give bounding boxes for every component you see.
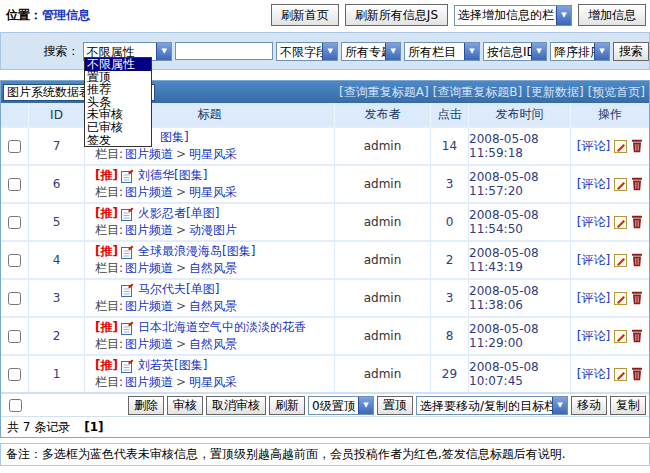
edit-icon[interactable] [614, 178, 627, 191]
attribute-option[interactable]: 已审核 [85, 121, 151, 134]
orderby-select[interactable]: 按信息ID ▼ [483, 42, 547, 61]
comment-link[interactable]: [评论] [577, 366, 610, 383]
category-sub-link[interactable]: 自然风景 [189, 337, 237, 352]
row-title-link[interactable]: 刘若英[图集] [138, 358, 207, 373]
comment-link[interactable]: [评论] [577, 176, 610, 193]
category-sub-link[interactable]: 自然风景 [189, 261, 237, 276]
row-checkbox[interactable] [8, 292, 21, 305]
category-channel-link[interactable]: 图片频道 [125, 147, 173, 162]
category-label: 栏目: [95, 337, 123, 352]
select-all-checkbox[interactable] [9, 399, 22, 412]
edit-icon[interactable] [614, 216, 627, 229]
edit-icon[interactable] [614, 330, 627, 343]
audit-button[interactable]: 审核 [167, 396, 203, 415]
edit-icon[interactable] [614, 254, 627, 267]
comment-link[interactable]: [评论] [577, 138, 610, 155]
category-sub-link[interactable]: 自然风景 [189, 299, 237, 314]
row-title-link[interactable]: 马尔代夫[单图] [138, 282, 219, 297]
category-channel-link[interactable]: 图片频道 [125, 337, 173, 352]
topic-select[interactable]: 所有专题 ▼ [341, 42, 401, 61]
attribute-option[interactable]: 未审核 [85, 108, 151, 121]
category-separator: > [176, 147, 186, 162]
category-sub-link[interactable]: 明星风采 [189, 147, 237, 162]
edit-icon[interactable] [614, 368, 627, 381]
category-channel-link[interactable]: 图片频道 [125, 261, 173, 276]
row-checkbox[interactable] [8, 140, 21, 153]
top-level-select[interactable]: 0级置顶 ▼ [308, 396, 374, 415]
category-sub-link[interactable]: 明星风采 [189, 185, 237, 200]
edit-icon[interactable] [614, 292, 627, 305]
category-sub-link[interactable]: 明星风采 [189, 375, 237, 390]
search-button[interactable]: 搜索 [613, 42, 649, 61]
copy-button[interactable]: 复制 [610, 396, 646, 415]
search-input[interactable] [175, 42, 273, 60]
category-channel-link[interactable]: 图片频道 [125, 375, 173, 390]
row-id: 7 [29, 128, 85, 164]
table-toolbar-link[interactable]: [查询重复标题A] [339, 84, 429, 101]
category-label: 栏目: [95, 223, 123, 238]
sort-select[interactable]: 降序排序 ▼ [550, 42, 610, 61]
row-checkbox[interactable] [8, 216, 21, 229]
category-sub-link[interactable]: 动漫图片 [189, 223, 237, 238]
row-title-link[interactable]: 全球最浪漫海岛[图集] [138, 244, 255, 259]
edit-icon[interactable] [614, 140, 627, 153]
attribute-option[interactable]: 不限属性 [85, 58, 151, 71]
row-checkbox[interactable] [8, 178, 21, 191]
table-row: 2 [推] 日本北海道空气中的淡淡的花香 栏目: [1, 316, 649, 354]
comment-link[interactable]: [评论] [577, 252, 610, 269]
row-id: 1 [29, 356, 85, 392]
category-channel-link[interactable]: 图片频道 [125, 185, 173, 200]
field-select[interactable]: 不限字段 ▼ [276, 42, 338, 61]
add-info-button[interactable]: 增加信息 [578, 4, 646, 26]
comment-link[interactable]: [评论] [577, 290, 610, 307]
chevron-down-icon: ▼ [531, 43, 546, 60]
cancel-audit-button[interactable]: 取消审核 [206, 396, 266, 415]
category-channel-link[interactable]: 图片频道 [125, 299, 173, 314]
attribute-option[interactable]: 头条 [85, 96, 151, 109]
table-toolbar-link[interactable]: [预览首页] [588, 84, 645, 101]
category-label: 栏目: [95, 147, 123, 162]
category-label: 栏目: [95, 299, 123, 314]
row-title-link[interactable]: 日本北海道空气中的淡淡的花香 [138, 320, 306, 335]
move-button[interactable]: 移动 [571, 396, 607, 415]
row-date: 2008-05-08 11:57:20 [469, 166, 571, 202]
delete-icon[interactable] [631, 215, 643, 229]
delete-icon[interactable] [631, 253, 643, 267]
row-title-link[interactable]: 火影忍者[单图] [138, 206, 219, 221]
refresh-all-js-button[interactable]: 刷新所有信息JS [345, 4, 448, 26]
row-checkbox[interactable] [8, 330, 21, 343]
col-author: 发布者 [335, 103, 431, 126]
attribute-option[interactable]: 签发 [85, 134, 151, 147]
table-toolbar-link[interactable]: [更新数据] [526, 84, 583, 101]
top-buttons: 刷新首页 刷新所有信息JS 选择增加信息的栏目 ▼ 增加信息 [271, 4, 646, 26]
column-select[interactable]: 所有栏目 ▼ [404, 42, 480, 61]
attribute-option[interactable]: 置顶 [85, 71, 151, 84]
row-title-suffix[interactable]: 图集] [160, 130, 189, 145]
delete-button[interactable]: 删除 [128, 396, 164, 415]
delete-icon[interactable] [631, 329, 643, 343]
refresh-home-button[interactable]: 刷新首页 [271, 4, 339, 26]
chevron-down-icon: ▼ [552, 397, 567, 414]
comment-link[interactable]: [评论] [577, 214, 610, 231]
chevron-down-icon: ▼ [464, 43, 479, 60]
delete-icon[interactable] [631, 139, 643, 153]
delete-icon[interactable] [631, 291, 643, 305]
delete-icon[interactable] [631, 177, 643, 191]
breadcrumb: 位置：管理信息 [6, 7, 90, 24]
refresh-button[interactable]: 刷新 [269, 396, 305, 415]
manage-info-link[interactable]: 管理信息 [42, 8, 90, 22]
row-title-link[interactable]: 刘德华[图集] [138, 168, 207, 183]
col-date: 发布时间 [469, 103, 571, 126]
comment-link[interactable]: [评论] [577, 328, 610, 345]
add-column-select[interactable]: 选择增加信息的栏目 ▼ [454, 5, 572, 26]
category-channel-link[interactable]: 图片频道 [125, 223, 173, 238]
table-toolbar-link[interactable]: [查询重复标题B] [433, 84, 523, 101]
row-checkbox[interactable] [8, 254, 21, 267]
attribute-option[interactable]: 推荐 [85, 83, 151, 96]
set-top-button[interactable]: 置顶 [377, 396, 413, 415]
page-number[interactable]: [1] [84, 420, 103, 434]
row-checkbox[interactable] [8, 368, 21, 381]
delete-icon[interactable] [631, 367, 643, 381]
row-id: 6 [29, 166, 85, 202]
move-target-select[interactable]: 选择要移动/复制的目标栏目 ▼ [416, 396, 568, 415]
